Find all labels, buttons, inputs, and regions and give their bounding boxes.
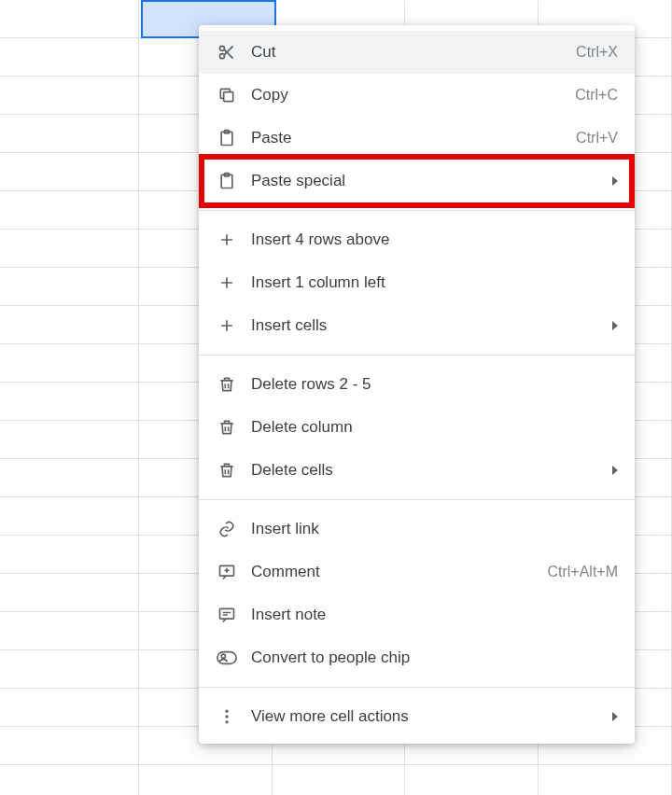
menu-item-insert-link[interactable]: Insert link: [199, 508, 635, 551]
link-icon: [216, 518, 238, 540]
menu-item-copy[interactable]: CopyCtrl+C: [199, 74, 635, 117]
more-icon: [216, 705, 238, 728]
menu-item-insert-note[interactable]: Insert note: [199, 593, 635, 636]
svg-point-10: [221, 654, 225, 658]
menu-separator: [199, 687, 635, 688]
menu-item-delete-column[interactable]: Delete column: [199, 406, 635, 449]
context-menu: CutCtrl+XCopyCtrl+CPasteCtrl+VPaste spec…: [199, 25, 635, 744]
menu-item-delete-rows[interactable]: Delete rows 2 - 5: [199, 363, 635, 406]
menu-item-people-chip[interactable]: Convert to people chip: [199, 636, 635, 679]
menu-label: Cut: [251, 43, 576, 62]
menu-item-comment[interactable]: CommentCtrl+Alt+M: [199, 551, 635, 593]
menu-shortcut: Ctrl+X: [576, 44, 618, 61]
submenu-arrow-icon: [612, 466, 618, 475]
menu-label: Copy: [251, 86, 575, 105]
paste-icon: [216, 170, 238, 192]
submenu-arrow-icon: [612, 176, 618, 186]
menu-shortcut: Ctrl+Alt+M: [547, 564, 618, 580]
menu-label: Insert 4 rows above: [251, 230, 618, 249]
menu-label: Paste special: [251, 172, 603, 190]
menu-item-paste[interactable]: PasteCtrl+V: [199, 117, 635, 160]
menu-item-paste-special[interactable]: Paste special: [199, 160, 635, 202]
svg-rect-2: [224, 92, 233, 102]
menu-label: Delete column: [251, 418, 618, 437]
menu-label: Delete rows 2 - 5: [251, 375, 618, 394]
svg-rect-8: [220, 608, 234, 619]
trash-icon: [216, 373, 238, 396]
plus-icon: [216, 314, 238, 337]
menu-separator: [199, 210, 635, 211]
plus-icon: [216, 272, 238, 294]
svg-point-13: [225, 720, 228, 723]
menu-shortcut: Ctrl+V: [576, 130, 618, 146]
menu-label: Convert to people chip: [251, 649, 618, 667]
menu-separator: [199, 499, 635, 500]
svg-point-12: [225, 715, 228, 718]
menu-label: Insert cells: [251, 316, 603, 335]
note-icon: [216, 604, 238, 626]
menu-separator: [199, 355, 635, 356]
menu-label: Comment: [251, 563, 547, 581]
trash-icon: [216, 416, 238, 439]
menu-label: Paste: [251, 129, 576, 147]
menu-label: View more cell actions: [251, 707, 603, 726]
menu-shortcut: Ctrl+C: [575, 87, 618, 104]
paste-icon: [216, 127, 238, 149]
menu-item-insert-col-left[interactable]: Insert 1 column left: [199, 261, 635, 304]
menu-item-cut[interactable]: CutCtrl+X: [199, 31, 635, 74]
submenu-arrow-icon: [612, 712, 618, 721]
menu-label: Insert link: [251, 520, 618, 538]
submenu-arrow-icon: [612, 321, 618, 330]
plus-icon: [216, 229, 238, 251]
menu-label: Delete cells: [251, 461, 603, 480]
person-icon: [216, 647, 238, 669]
menu-item-insert-rows-above[interactable]: Insert 4 rows above: [199, 218, 635, 261]
menu-item-insert-cells[interactable]: Insert cells: [199, 304, 635, 347]
menu-item-delete-cells[interactable]: Delete cells: [199, 449, 635, 492]
menu-item-more[interactable]: View more cell actions: [199, 695, 635, 738]
menu-label: Insert 1 column left: [251, 273, 618, 292]
copy-icon: [216, 84, 238, 106]
svg-point-11: [225, 710, 228, 713]
cut-icon: [216, 41, 238, 63]
menu-label: Insert note: [251, 606, 618, 624]
comment-icon: [216, 561, 238, 583]
trash-icon: [216, 459, 238, 481]
